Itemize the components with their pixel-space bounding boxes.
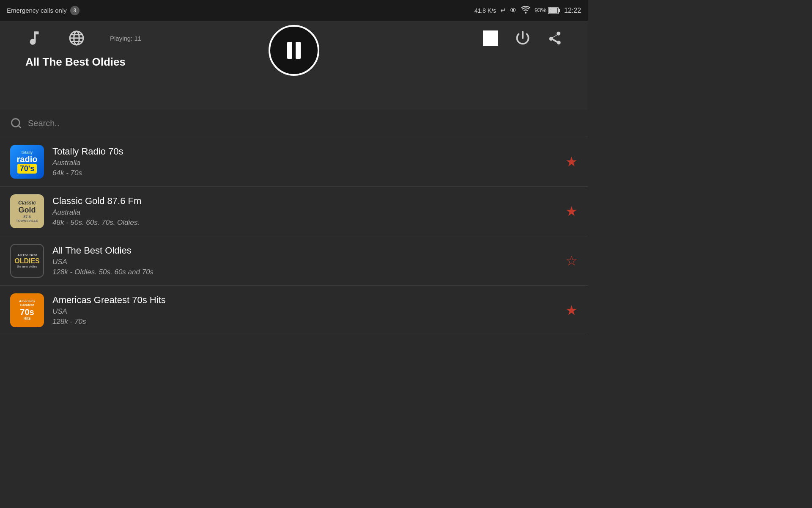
station-info-1: Totally Radio 70s Australia 64k - 70s	[52, 146, 557, 177]
player-controls-row: Playing: 11	[0, 21, 588, 55]
station-country-1: Australia	[52, 159, 557, 167]
station-logo-2: Classic Gold 87.6 TOWNSVILLE	[10, 194, 44, 228]
station-country-2: Australia	[52, 208, 557, 217]
bluetooth-icon: ↵	[500, 6, 506, 14]
station-info-4: Americas Greatest 70s Hits USA 128k - 70…	[52, 295, 557, 326]
status-left: Emergency calls only 3	[7, 6, 80, 15]
station-name-4: Americas Greatest 70s Hits	[52, 295, 557, 306]
stop-button[interactable]	[483, 30, 498, 46]
favorite-button-2[interactable]: ★	[565, 203, 578, 219]
speed-indicator: 41.8 K/s	[475, 7, 496, 14]
music-note-button[interactable]	[25, 29, 43, 47]
svg-rect-2	[549, 8, 557, 13]
search-icon	[10, 117, 22, 129]
list-item[interactable]: totally radio 70's Totally Radio 70s Aus…	[0, 137, 588, 187]
list-item[interactable]: All The Best OLDIES the new oldies All T…	[0, 236, 588, 286]
station-country-4: USA	[52, 307, 557, 316]
station-name-3: All The Best Oldies	[52, 245, 557, 256]
favorite-button-3[interactable]: ☆	[565, 253, 578, 269]
share-button[interactable]	[547, 30, 562, 46]
list-item[interactable]: Classic Gold 87.6 TOWNSVILLE Classic Gol…	[0, 187, 588, 236]
station-name-1: Totally Radio 70s	[52, 146, 557, 157]
favorite-button-4[interactable]: ★	[565, 302, 578, 318]
main-content: totally radio 70's Totally Radio 70s Aus…	[0, 110, 588, 367]
player-header: Playing: 11	[0, 21, 588, 110]
power-button[interactable]	[515, 30, 530, 46]
svg-rect-1	[559, 9, 560, 12]
station-logo-1: totally radio 70's	[10, 145, 44, 179]
station-meta-4: 128k - 70s	[52, 318, 557, 326]
station-logo-4: America's Greatest 70s Hits	[10, 293, 44, 327]
status-badge: 3	[70, 6, 80, 15]
right-controls	[483, 30, 562, 46]
station-name-2: Classic Gold 87.6 Fm	[52, 196, 557, 207]
svg-line-9	[18, 125, 20, 127]
playing-label: Playing: 11	[110, 35, 141, 42]
eye-icon: 👁	[510, 7, 517, 14]
search-input[interactable]	[28, 119, 578, 128]
search-section	[0, 110, 588, 137]
station-info-2: Classic Gold 87.6 Fm Australia 48k - 50s…	[52, 196, 557, 227]
station-list: totally radio 70's Totally Radio 70s Aus…	[0, 137, 588, 367]
station-meta-2: 48k - 50s. 60s. 70s. Oldies.	[52, 218, 557, 227]
station-country-3: USA	[52, 258, 557, 266]
status-right: 41.8 K/s ↵ 👁 93% 12:22	[475, 6, 581, 15]
time-display: 12:22	[564, 7, 581, 14]
status-text: Emergency calls only	[7, 7, 67, 14]
pause-button[interactable]	[269, 25, 319, 76]
stop-icon	[483, 30, 498, 46]
status-bar: Emergency calls only 3 41.8 K/s ↵ 👁 93% …	[0, 0, 588, 21]
station-logo-3: All The Best OLDIES the new oldies	[10, 244, 44, 278]
globe-button[interactable]	[69, 30, 85, 46]
station-meta-1: 64k - 70s	[52, 169, 557, 177]
battery-indicator: 93%	[535, 7, 560, 14]
station-meta-3: 128k - Oldies. 50s. 60s and 70s	[52, 268, 557, 276]
pause-icon	[287, 42, 301, 59]
left-controls: Playing: 11	[25, 29, 141, 47]
station-info-3: All The Best Oldies USA 128k - Oldies. 5…	[52, 245, 557, 276]
favorite-button-1[interactable]: ★	[565, 154, 578, 170]
wifi-icon	[521, 6, 530, 15]
list-item[interactable]: America's Greatest 70s Hits Americas Gre…	[0, 286, 588, 335]
center-controls	[269, 25, 319, 76]
